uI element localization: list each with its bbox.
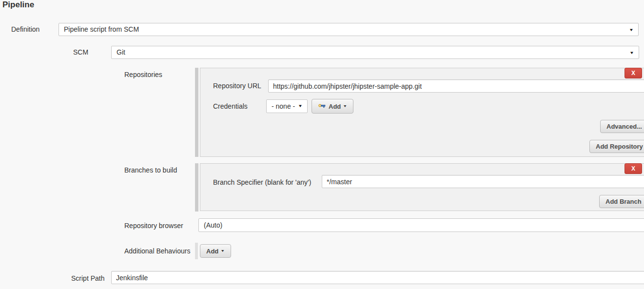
add-repository-button[interactable]: Add Repository — [589, 140, 644, 153]
branch-specifier-label: Branch Specifier (blank for 'any') — [213, 178, 311, 186]
scm-label: SCM — [73, 48, 88, 56]
add-behaviour-button[interactable]: Add ▼ — [200, 244, 231, 258]
add-branch-label: Add Branch — [605, 198, 642, 205]
branch-drag-handle[interactable] — [195, 163, 198, 212]
branches-to-build-label: Branches to build — [124, 166, 177, 174]
repositories-label: Repositories — [124, 71, 162, 78]
credentials-select[interactable]: - none - ▼ — [266, 99, 308, 113]
branch-specifier-input[interactable] — [322, 175, 644, 188]
credentials-label: Credentials — [213, 102, 248, 110]
definition-select-value: Pipeline script from SCM — [64, 25, 139, 33]
delete-branch-button[interactable]: X — [624, 163, 642, 174]
repository-drag-handle[interactable] — [195, 68, 198, 157]
add-credentials-label: Add — [329, 103, 341, 110]
behaviours-repeat-bar — [195, 243, 198, 259]
add-behaviour-label: Add — [206, 248, 218, 255]
repository-url-input[interactable] — [268, 79, 644, 93]
scm-select[interactable]: Git ▼ — [111, 46, 639, 59]
chevron-down-icon: ▼ — [220, 249, 225, 253]
credentials-select-value: - none - — [272, 102, 295, 110]
definition-label: Definition — [11, 25, 39, 33]
repository-url-label: Repository URL — [213, 82, 261, 90]
key-icon — [318, 103, 326, 110]
pipeline-config-page: Pipeline Definition Pipeline script from… — [0, 0, 644, 289]
chevron-down-icon: ▼ — [343, 104, 347, 108]
repository-browser-label: Repository browser — [124, 222, 183, 230]
script-path-label: Script Path — [71, 274, 104, 282]
add-branch-button[interactable]: Add Branch — [599, 195, 644, 208]
add-repository-label: Add Repository — [596, 143, 643, 150]
scm-select-value: Git — [117, 48, 125, 56]
repository-browser-select[interactable]: (Auto) — [198, 218, 644, 232]
script-path-input[interactable] — [111, 271, 644, 284]
chevron-down-icon: ▼ — [298, 101, 303, 112]
chevron-down-icon: ▼ — [629, 48, 634, 58]
repository-browser-value: (Auto) — [204, 221, 222, 229]
delete-repository-button[interactable]: X — [624, 68, 642, 78]
advanced-button[interactable]: Advanced... — [600, 120, 644, 133]
add-credentials-button[interactable]: Add ▼ — [312, 99, 353, 114]
advanced-button-label: Advanced... — [606, 123, 642, 130]
chevron-down-icon: ▼ — [629, 25, 634, 35]
definition-select[interactable]: Pipeline script from SCM ▼ — [59, 23, 639, 36]
page-title: Pipeline — [2, 0, 34, 10]
additional-behaviours-label: Additional Behaviours — [124, 247, 190, 255]
